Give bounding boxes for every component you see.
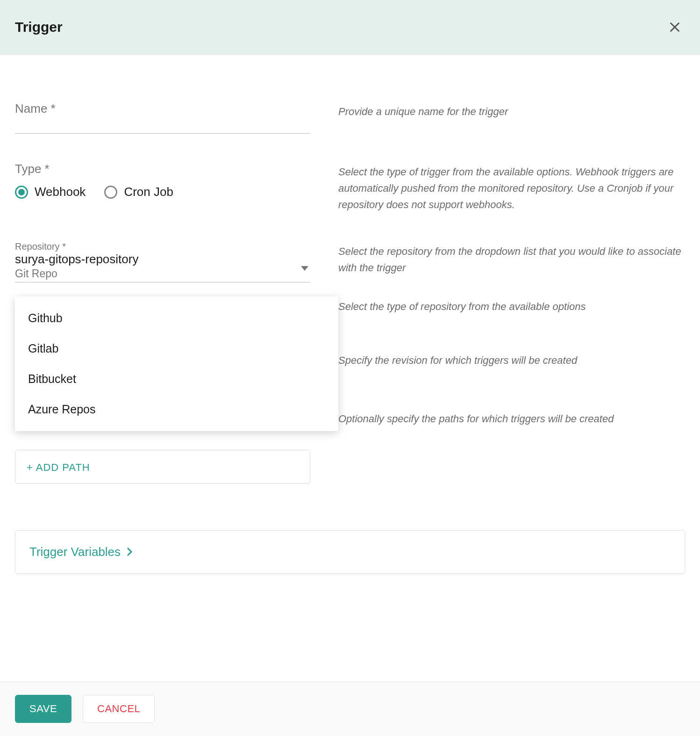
dropdown-item-gitlab[interactable]: Gitlab [15,333,338,364]
paths-help: Optionally specify the paths for which t… [338,411,685,427]
dropdown-item-azure-repos[interactable]: Azure Repos [15,394,338,425]
form-row-repository-type: Github Gitlab Bitbucket Azure Repos + AD… [15,296,685,483]
close-icon [668,21,681,34]
radio-label-webhook: Webhook [35,185,86,199]
close-button[interactable] [664,17,685,37]
radio-cronjob[interactable]: Cron Job [104,185,173,199]
form-row-name: Name * Provide a unique name for the tri… [15,101,685,134]
dropdown-item-bitbucket[interactable]: Bitbucket [15,364,338,394]
repository-select[interactable]: Repository * surya-gitops-repository Git… [15,241,310,282]
repository-value: surya-gitops-repository [15,252,310,267]
repository-type-dropdown: Github Gitlab Bitbucket Azure Repos [15,296,338,431]
repository-help: Select the repository from the dropdown … [338,243,685,276]
chevron-down-icon [301,264,308,273]
form-row-repository: Repository * surya-gitops-repository Git… [15,241,685,282]
form-row-type: Type * Webhook Cron Job Select the type … [15,162,685,213]
name-label: Name * [15,101,310,116]
type-help: Select the type of trigger from the avai… [338,164,685,213]
name-help: Provide a unique name for the trigger [338,103,685,120]
modal-footer: SAVE CANCEL [0,681,700,736]
cancel-button[interactable]: CANCEL [83,695,155,723]
radio-icon [15,186,28,199]
name-input[interactable] [15,118,310,132]
repository-label: Repository * [15,241,310,252]
repository-subvalue: Git Repo [15,267,310,280]
radio-icon [104,186,117,199]
trigger-variables-section[interactable]: Trigger Variables [15,530,685,574]
add-path-button[interactable]: + ADD PATH [27,462,90,474]
modal-body: Name * Provide a unique name for the tri… [0,55,700,592]
radio-label-cronjob: Cron Job [124,185,173,199]
chevron-right-icon [126,547,133,556]
modal-header: Trigger [0,0,700,55]
modal-title: Trigger [15,19,63,35]
type-label: Type * [15,162,310,176]
revision-help: Specify the revision for which triggers … [338,352,685,368]
radio-webhook[interactable]: Webhook [15,185,86,199]
save-button[interactable]: SAVE [15,695,71,723]
dropdown-item-github[interactable]: Github [15,303,338,333]
name-input-wrap: Name * [15,101,310,134]
type-radio-group: Webhook Cron Job [15,185,310,199]
trigger-variables-title: Trigger Variables [29,545,121,559]
paths-box: + ADD PATH [15,450,310,483]
repository-type-help: Select the type of repository from the a… [338,298,685,315]
